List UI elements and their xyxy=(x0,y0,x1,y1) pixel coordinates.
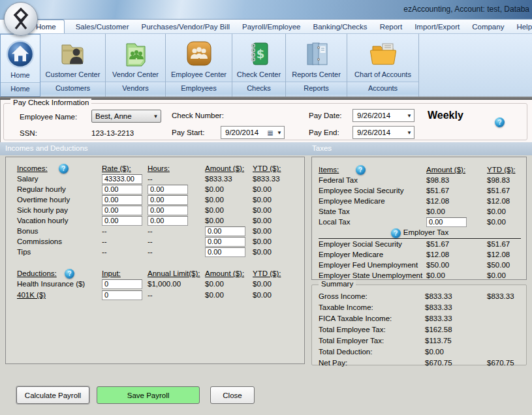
tax-ytd: $12.08 xyxy=(487,196,526,206)
income-row: Vacation hourly $0.00 $0.00 xyxy=(6,215,304,226)
employee-name-value: Best, Anne xyxy=(95,112,132,120)
tax-amount: $50.00 xyxy=(426,260,487,270)
sick-hourly-hours-input[interactable] xyxy=(148,206,188,215)
toolbar-button-vendor-center[interactable]: Vendor Center Vendors xyxy=(106,34,166,97)
ytd-header: YTD ($): xyxy=(253,163,304,174)
salary-rate-input[interactable] xyxy=(102,174,142,184)
toolbar-button-sublabel: Home xyxy=(1,82,40,95)
calculate-payroll-button[interactable]: Calculate Payroll xyxy=(16,386,89,404)
toolbar-button-label: Employee Center xyxy=(166,70,232,82)
tax-ytd: $50.00 xyxy=(487,260,526,270)
tips-amount-input[interactable] xyxy=(205,247,245,257)
tax-label: Employer Fed Unemployment xyxy=(319,260,426,270)
401k-input[interactable] xyxy=(102,290,142,300)
local-tax-input[interactable] xyxy=(426,217,467,227)
tax-amount: $12.08 xyxy=(426,249,487,260)
tab-company[interactable]: Company xyxy=(471,20,505,33)
employer-tax-header: ?Employer Tax xyxy=(319,227,521,238)
tab-help[interactable]: Help xyxy=(515,20,532,33)
ytd-header: YTD ($): xyxy=(253,268,304,279)
tab-report[interactable]: Report xyxy=(379,20,404,33)
tax-row: Employee Medicare $12.08 $12.08 xyxy=(312,196,526,206)
overtime-hourly-rate-input[interactable] xyxy=(102,195,142,205)
income-amount: $0.00 xyxy=(205,184,253,194)
health-insurance-input[interactable] xyxy=(102,279,142,289)
tax-label: Local Tax xyxy=(319,217,426,227)
save-payroll-button[interactable]: Save Payroll xyxy=(97,386,200,404)
tab-payroll-employee[interactable]: Payroll/Employee xyxy=(241,20,302,33)
employee-name-dropdown[interactable]: Best, Anne ▼ xyxy=(91,110,161,123)
toolbar-button-chart-of-accounts[interactable]: Chart of Accounts Accounts xyxy=(347,34,419,97)
vacation-hourly-hours-input[interactable] xyxy=(148,216,188,226)
deduction-ytd: $0.00 xyxy=(253,290,304,301)
amount-header: Amount ($): xyxy=(426,164,487,175)
pay-start-picker[interactable]: 9/20/2014 ▦ ▼ xyxy=(221,126,285,139)
toolbar-button-check-center[interactable]: $ Check Center Checks xyxy=(232,34,286,97)
income-ytd: $0.00 xyxy=(253,205,304,215)
summary-amount: $670.75 xyxy=(425,358,487,369)
income-hours: -- xyxy=(148,247,205,257)
bonus-amount-input[interactable] xyxy=(205,226,245,236)
summary-row: FICA Taxable Income: $833.33 xyxy=(312,313,526,324)
toolbar-button-reports-center[interactable]: Reports Center Reports xyxy=(286,34,347,97)
income-label: Vacation hourly xyxy=(17,215,102,226)
deduction-annual-limit: -- xyxy=(148,290,205,301)
help-icon[interactable]: ? xyxy=(59,164,69,174)
chevron-down-icon: ▼ xyxy=(405,130,414,136)
tax-ytd: $12.08 xyxy=(487,249,526,260)
tax-ytd: $0.00 xyxy=(487,270,526,281)
help-icon[interactable]: ? xyxy=(356,165,366,175)
toolbar: Home Home Customer Center Customers Vend… xyxy=(0,34,532,97)
sick-hourly-rate-input[interactable] xyxy=(102,206,142,215)
summary-label: Total Deduction: xyxy=(319,346,425,358)
help-icon[interactable]: ? xyxy=(65,269,74,279)
toolbar-button-sublabel: Vendors xyxy=(106,82,165,95)
deduction-row: 401K ($) -- $0.00 $0.00 xyxy=(6,290,304,301)
summary-label: Net Pay: xyxy=(319,358,425,369)
logo-icon xyxy=(10,7,31,31)
close-button[interactable]: Close xyxy=(210,386,255,404)
tab-sales-customer[interactable]: Sales/Customer xyxy=(74,20,131,33)
income-label: Salary xyxy=(17,174,102,184)
commissions-amount-input[interactable] xyxy=(205,237,245,247)
tax-amount: $51.67 xyxy=(426,239,487,249)
pay-date-dropdown[interactable]: 9/26/2014 ▼ xyxy=(352,109,415,122)
summary-row: Net Pay: $670.75 $670.75 xyxy=(312,358,526,369)
tab-banking-checks[interactable]: Banking/Checks xyxy=(312,20,369,33)
app-logo-button[interactable] xyxy=(4,2,38,36)
summary-label: Taxable Income: xyxy=(319,302,425,313)
check-center-icon: $ xyxy=(232,34,285,70)
tab-import-export[interactable]: Import/Export xyxy=(413,20,461,33)
401k-link[interactable]: 401K ($) xyxy=(17,291,46,299)
toolbar-button-employee-center[interactable]: Employee Center Employees xyxy=(166,34,232,97)
toolbar-button-customer-center[interactable]: Customer Center Customers xyxy=(40,34,106,97)
toolbar-button-sublabel: Accounts xyxy=(347,82,418,95)
taxes-panel: Items: ? Amount ($): YTD ($): Federal Ta… xyxy=(311,157,527,280)
amount-header: Amount ($): xyxy=(205,268,253,279)
title-bar: ezAccounting, Account: test, Databa xyxy=(0,0,532,20)
regular-hourly-rate-input[interactable] xyxy=(102,185,142,194)
tax-row: Local Tax $0.00 xyxy=(312,217,526,227)
tab-purchases-vendor-pay-bill[interactable]: Purchases/Vendor/Pay Bill xyxy=(140,20,232,33)
tax-amount: $0.00 xyxy=(426,270,487,281)
tax-amount: $12.08 xyxy=(426,196,487,206)
toolbar-button-label: Customer Center xyxy=(40,70,105,82)
pay-end-dropdown[interactable]: 9/26/2014 ▼ xyxy=(352,126,415,139)
help-icon[interactable]: ? xyxy=(391,228,401,238)
income-row: Regular hourly $0.00 $0.00 xyxy=(6,184,304,194)
help-icon[interactable]: ? xyxy=(495,117,505,127)
summary-row: Total Employee Tax: $162.58 xyxy=(312,324,526,335)
toolbar-button-home[interactable]: Home Home xyxy=(0,34,40,97)
income-rate: -- xyxy=(102,247,148,257)
pay-start-value: 9/20/2014 xyxy=(225,129,258,136)
vacation-hourly-rate-input[interactable] xyxy=(102,216,142,226)
chevron-down-icon: ▼ xyxy=(275,130,284,136)
incomes-header: Incomes: xyxy=(17,164,48,172)
taxes-section-title: Taxes xyxy=(312,144,332,152)
menu-bar: Home Sales/Customer Purchases/Vendor/Pay… xyxy=(0,20,532,34)
tax-ytd: $51.67 xyxy=(487,185,526,196)
income-label: Bonus xyxy=(17,226,102,236)
overtime-hourly-hours-input[interactable] xyxy=(148,195,188,205)
regular-hourly-hours-input[interactable] xyxy=(148,185,188,194)
employee-center-icon xyxy=(166,34,232,70)
